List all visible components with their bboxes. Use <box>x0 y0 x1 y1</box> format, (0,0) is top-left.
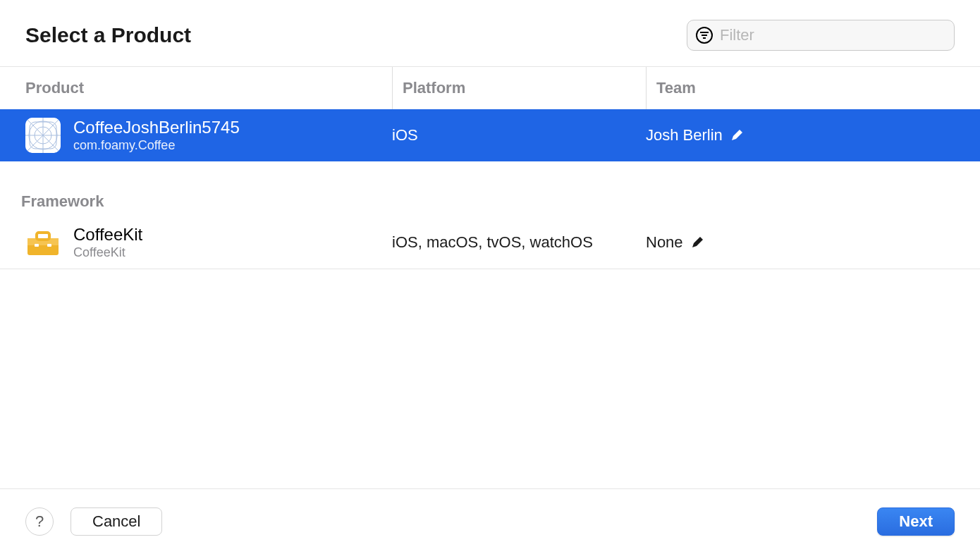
product-team: None <box>646 233 683 252</box>
cancel-button[interactable]: Cancel <box>71 507 162 536</box>
filter-field[interactable] <box>687 20 955 51</box>
col-team: Team <box>646 67 980 109</box>
edit-team-icon[interactable] <box>730 128 744 142</box>
framework-icon <box>25 225 61 260</box>
product-platform: iOS <box>392 126 418 144</box>
help-button[interactable]: ? <box>25 507 54 536</box>
next-button[interactable]: Next <box>877 507 955 536</box>
svg-rect-9 <box>37 233 49 240</box>
table-header: Product Platform Team <box>0 67 980 109</box>
product-platform: iOS, macOS, tvOS, watchOS <box>392 233 593 252</box>
filter-icon <box>696 27 713 44</box>
section-title-framework: Framework <box>0 161 980 216</box>
page-title: Select a Product <box>25 23 191 47</box>
filter-input[interactable] <box>720 26 945 44</box>
table-row[interactable]: CoffeeJoshBerlin5745 com.foamy.Coffee iO… <box>0 109 980 161</box>
table-row[interactable]: CoffeeKit CoffeeKit iOS, macOS, tvOS, wa… <box>0 216 980 269</box>
svg-rect-10 <box>35 244 39 247</box>
product-identifier: com.foamy.Coffee <box>73 138 240 153</box>
col-platform: Platform <box>392 67 646 109</box>
app-icon <box>25 118 61 153</box>
col-product: Product <box>25 79 392 97</box>
dialog-footer: ? Cancel Next <box>0 488 980 554</box>
svg-rect-11 <box>47 244 51 247</box>
product-team: Josh Berlin <box>646 126 723 144</box>
edit-team-icon[interactable] <box>690 235 704 250</box>
product-name: CoffeeJoshBerlin5745 <box>73 118 240 138</box>
product-identifier: CoffeeKit <box>73 245 142 260</box>
product-name: CoffeeKit <box>73 225 142 245</box>
dialog-header: Select a Product <box>0 0 980 67</box>
